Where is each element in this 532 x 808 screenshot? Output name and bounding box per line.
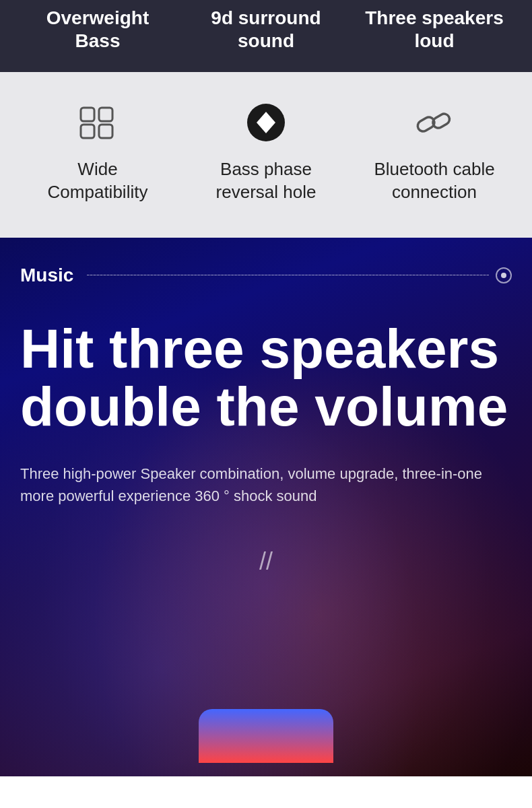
svg-rect-2 [81,125,94,138]
feature-bass-phase-text: Bass phasereversal hole [216,158,317,204]
music-section: Music Hit three speakers double the volu… [0,238,532,776]
music-label: Music [20,265,73,286]
svg-rect-0 [81,108,94,121]
feature-bass-phase: Bass phasereversal hole [182,99,350,204]
music-dot [496,267,512,283]
svg-rect-3 [99,125,112,138]
bottom-features-row: WideCompatibility Bass phasereversal hol… [0,72,532,211]
feature-bluetooth-cable: Bluetooth cableconnection [350,99,519,204]
svg-rect-1 [99,108,112,121]
headline-line2: double the volume [20,376,508,437]
feature-overweight-bass: OverweightBass [13,7,182,52]
speaker-image [199,709,333,776]
slash-divider: // [20,547,512,576]
music-header: Music [20,265,512,286]
chain-icon [411,99,458,146]
feature-wide-compatibility-text: WideCompatibility [48,158,148,204]
grid-icon [74,99,121,146]
diamond-icon [242,99,290,146]
feature-9d-surround-text: 9d surroundsound [211,7,321,52]
speaker-shape [199,709,333,763]
feature-overweight-bass-text: OverweightBass [46,7,149,52]
feature-wide-compatibility: WideCompatibility [13,99,182,204]
sub-description: Three high-power Speaker combination, vo… [20,463,492,507]
feature-three-speakers-text: Three speakersloud [365,7,503,52]
feature-three-speakers: Three speakersloud [350,7,519,52]
headline-line1: Hit three speakers [20,318,499,379]
feature-bluetooth-cable-text: Bluetooth cableconnection [374,158,494,204]
main-headline: Hit three speakers double the volume [20,320,512,436]
music-divider-line [87,275,489,275]
feature-9d-surround: 9d surroundsound [182,7,350,52]
svg-rect-7 [431,112,452,130]
top-features-row: OverweightBass 9d surroundsound Three sp… [0,0,532,72]
